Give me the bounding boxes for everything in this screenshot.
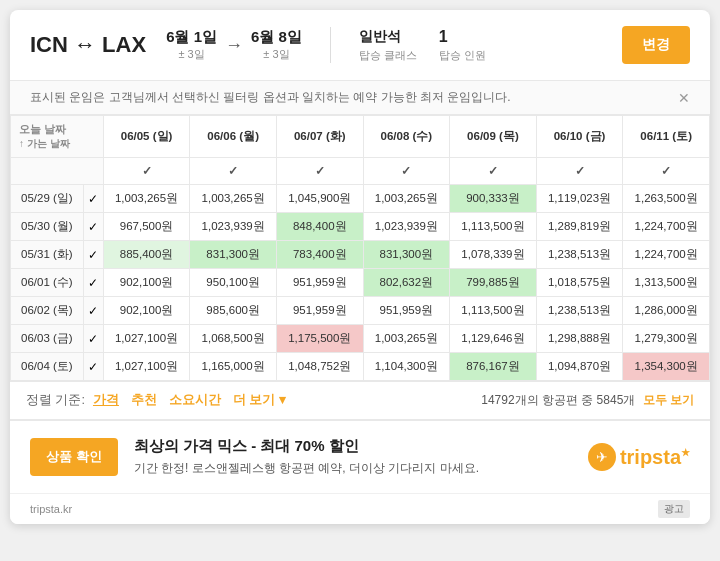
depart-date-block: 6월 1일 ± 3일 (166, 28, 217, 62)
row-check-0: ✓ (83, 185, 103, 213)
today-label: 오늘 날짜 (19, 122, 99, 137)
price-cell-r3-c6[interactable]: 1,313,500원 (623, 269, 710, 297)
price-cell-r0-c6[interactable]: 1,263,500원 (623, 185, 710, 213)
cabin-class: 일반석 (359, 28, 419, 46)
row-date-2: 05/31 (화) (11, 241, 84, 269)
price-cell-r0-c1[interactable]: 1,003,265원 (190, 185, 277, 213)
sort-duration[interactable]: 소요시간 (169, 392, 221, 409)
col-header-0[interactable]: 06/05 (일) (103, 116, 190, 158)
price-cell-r5-c5[interactable]: 1,298,888원 (536, 325, 623, 353)
return-date-block: 6월 8일 ± 3일 (251, 28, 302, 62)
price-cell-r4-c6[interactable]: 1,286,000원 (623, 297, 710, 325)
price-cell-r0-c0[interactable]: 1,003,265원 (103, 185, 190, 213)
check-6: ✓ (623, 158, 710, 185)
depart-date-pm: ± 3일 (166, 47, 217, 62)
sort-more[interactable]: 더 보기 ▾ (233, 392, 286, 409)
result-count: 14792개의 항공편 중 5845개 모두 보기 (481, 392, 694, 409)
price-cell-r4-c0[interactable]: 902,100원 (103, 297, 190, 325)
check-1: ✓ (190, 158, 277, 185)
view-all-link[interactable]: 모두 보기 (643, 393, 694, 407)
ad-check-button[interactable]: 상품 확인 (30, 438, 118, 476)
price-cell-r6-c6[interactable]: 1,354,300원 (623, 353, 710, 381)
price-cell-r0-c2[interactable]: 1,045,900원 (276, 185, 363, 213)
price-cell-r1-c5[interactable]: 1,289,819원 (536, 213, 623, 241)
col-header-3[interactable]: 06/08 (수) (363, 116, 450, 158)
notice-text: 표시된 운임은 고객님께서 선택하신 필터링 옵션과 일치하는 예약 가능한 최… (30, 89, 511, 106)
col-header-5[interactable]: 06/10 (금) (536, 116, 623, 158)
price-cell-r3-c3[interactable]: 802,632원 (363, 269, 450, 297)
price-cell-r6-c3[interactable]: 1,104,300원 (363, 353, 450, 381)
price-cell-r0-c3[interactable]: 1,003,265원 (363, 185, 450, 213)
cabin-class-section: 일반석 탑승 클래스 (359, 28, 419, 63)
close-icon[interactable]: ✕ (678, 90, 690, 106)
price-cell-r2-c3[interactable]: 831,300원 (363, 241, 450, 269)
price-cell-r4-c2[interactable]: 951,959원 (276, 297, 363, 325)
return-date: 6월 8일 (251, 28, 302, 47)
main-container: ICN ↔ LAX 6월 1일 ± 3일 → 6월 8일 ± 3일 일반석 탑승… (10, 10, 710, 524)
price-cell-r2-c4[interactable]: 1,078,339원 (450, 241, 537, 269)
sort-bar: 정렬 기준: 가격 추천 소요시간 더 보기 ▾ 14792개의 항공편 중 5… (10, 381, 710, 420)
sort-label: 정렬 기준: (26, 392, 85, 409)
ad-desc: 기간 한정! 로스앤젤레스행 항공편 예약, 더이상 기다리지 마세요. (134, 460, 572, 477)
price-cell-r3-c4[interactable]: 799,885원 (450, 269, 537, 297)
price-cell-r6-c2[interactable]: 1,048,752원 (276, 353, 363, 381)
ad-tag: 광고 (658, 500, 690, 518)
price-cell-r6-c5[interactable]: 1,094,870원 (536, 353, 623, 381)
pax-section: 1 탑승 인원 (439, 28, 486, 63)
price-cell-r1-c0[interactable]: 967,500원 (103, 213, 190, 241)
price-cell-r4-c4[interactable]: 1,113,500원 (450, 297, 537, 325)
price-cell-r3-c2[interactable]: 951,959원 (276, 269, 363, 297)
price-cell-r1-c6[interactable]: 1,224,700원 (623, 213, 710, 241)
price-cell-r4-c3[interactable]: 951,959원 (363, 297, 450, 325)
price-cell-r5-c4[interactable]: 1,129,646원 (450, 325, 537, 353)
col-header-6[interactable]: 06/11 (토) (623, 116, 710, 158)
price-cell-r0-c5[interactable]: 1,119,023원 (536, 185, 623, 213)
price-cell-r1-c4[interactable]: 1,113,500원 (450, 213, 537, 241)
sort-price[interactable]: 가격 (93, 392, 119, 409)
row-check-4: ✓ (83, 297, 103, 325)
ad-title: 최상의 가격 믹스 - 최대 70% 할인 (134, 437, 572, 456)
header: ICN ↔ LAX 6월 1일 ± 3일 → 6월 8일 ± 3일 일반석 탑승… (10, 10, 710, 81)
price-cell-r0-c4[interactable]: 900,333원 (450, 185, 537, 213)
col-header-2[interactable]: 06/07 (화) (276, 116, 363, 158)
col-header-1[interactable]: 06/06 (월) (190, 116, 277, 158)
price-cell-r5-c1[interactable]: 1,068,500원 (190, 325, 277, 353)
row-date-4: 06/02 (목) (11, 297, 84, 325)
price-cell-r2-c6[interactable]: 1,224,700원 (623, 241, 710, 269)
row-date-6: 06/04 (토) (11, 353, 84, 381)
price-cell-r6-c0[interactable]: 1,027,100원 (103, 353, 190, 381)
price-cell-r2-c5[interactable]: 1,238,513원 (536, 241, 623, 269)
check-0: ✓ (103, 158, 190, 185)
price-cell-r4-c1[interactable]: 985,600원 (190, 297, 277, 325)
price-cell-r1-c2[interactable]: 848,400원 (276, 213, 363, 241)
price-cell-r1-c3[interactable]: 1,023,939원 (363, 213, 450, 241)
price-cell-r2-c2[interactable]: 783,400원 (276, 241, 363, 269)
price-cell-r5-c2[interactable]: 1,175,500원 (276, 325, 363, 353)
route-title: ICN ↔ LAX (30, 32, 146, 58)
price-cell-r5-c3[interactable]: 1,003,265원 (363, 325, 450, 353)
price-cell-r2-c1[interactable]: 831,300원 (190, 241, 277, 269)
date-section: 6월 1일 ± 3일 → 6월 8일 ± 3일 (166, 28, 302, 62)
change-button[interactable]: 변경 (622, 26, 690, 64)
sort-recommend[interactable]: 추천 (131, 392, 157, 409)
price-cell-r3-c1[interactable]: 950,100원 (190, 269, 277, 297)
price-cell-r5-c6[interactable]: 1,279,300원 (623, 325, 710, 353)
row-check-2: ✓ (83, 241, 103, 269)
price-cell-r3-c5[interactable]: 1,018,575원 (536, 269, 623, 297)
price-cell-r3-c0[interactable]: 902,100원 (103, 269, 190, 297)
pax-count: 1 (439, 28, 486, 46)
col-header-4[interactable]: 06/09 (목) (450, 116, 537, 158)
row-header-label: 오늘 날짜 ↑ 가는 날짜 (11, 116, 104, 158)
price-cell-r1-c1[interactable]: 1,023,939원 (190, 213, 277, 241)
price-cell-r6-c4[interactable]: 876,167원 (450, 353, 537, 381)
price-cell-r2-c0[interactable]: 885,400원 (103, 241, 190, 269)
price-cell-r5-c0[interactable]: 1,027,100원 (103, 325, 190, 353)
check-4: ✓ (450, 158, 537, 185)
notice-bar: 표시된 운임은 고객님께서 선택하신 필터링 옵션과 일치하는 예약 가능한 최… (10, 81, 710, 115)
ad-text: 최상의 가격 믹스 - 최대 70% 할인 기간 한정! 로스앤젤레스행 항공편… (134, 437, 572, 477)
arrow-icon: → (225, 35, 243, 56)
price-cell-r6-c1[interactable]: 1,165,000원 (190, 353, 277, 381)
row-date-1: 05/30 (월) (11, 213, 84, 241)
price-cell-r4-c5[interactable]: 1,238,513원 (536, 297, 623, 325)
row-date-3: 06/01 (수) (11, 269, 84, 297)
